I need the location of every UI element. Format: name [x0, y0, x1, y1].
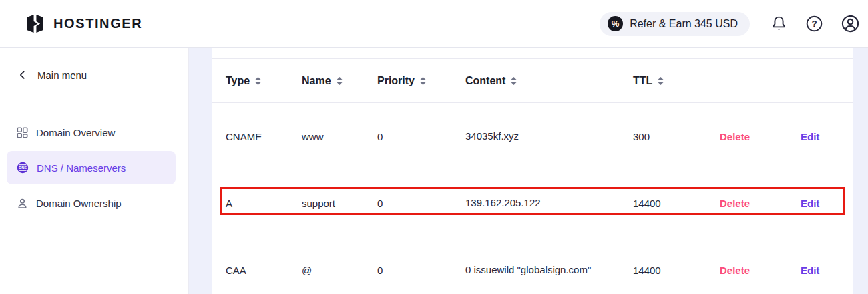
sidebar-divider — [0, 102, 188, 102]
column-label: Name — [302, 75, 331, 87]
grid-icon — [17, 127, 28, 138]
column-label: Content — [465, 75, 505, 87]
main-content: Type Name Priority — [189, 48, 868, 294]
cell-name: www — [302, 131, 377, 142]
delete-record-button[interactable]: Delete — [720, 265, 750, 276]
column-label: TTL — [633, 75, 652, 87]
cell-ttl: 14400 — [633, 265, 720, 276]
cell-priority: 0 — [377, 265, 465, 276]
table-header-row: Type Name Priority — [212, 59, 853, 103]
help-button[interactable]: ? — [805, 15, 823, 33]
hostinger-logo[interactable]: HOSTINGER — [24, 13, 142, 35]
sort-icon — [254, 76, 262, 86]
cell-name: @ — [302, 265, 377, 276]
svg-text:?: ? — [811, 19, 817, 29]
column-header-name[interactable]: Name — [302, 75, 377, 87]
column-header-ttl[interactable]: TTL — [633, 75, 720, 87]
notifications-button[interactable] — [770, 15, 788, 33]
sort-icon — [657, 76, 664, 86]
cell-name: support — [302, 198, 377, 209]
delete-record-button[interactable]: Delete — [720, 131, 750, 142]
refer-earn-button[interactable]: % Refer & Earn 345 USD — [600, 12, 750, 36]
cell-ttl: 300 — [633, 131, 720, 142]
column-header-content[interactable]: Content — [465, 75, 633, 87]
percent-badge-icon: % — [608, 16, 623, 31]
sidebar-item-dns-nameservers[interactable]: DNS DNS / Nameservers — [7, 151, 176, 184]
table-row-a-highlighted: A support 0 139.162.205.122 14400 Delete… — [212, 170, 853, 237]
edit-record-button[interactable]: Edit — [801, 131, 819, 142]
brand-wordmark: HOSTINGER — [53, 16, 142, 31]
column-label: Priority — [377, 75, 415, 87]
help-icon: ? — [805, 15, 823, 33]
sort-icon — [419, 76, 427, 86]
refer-earn-label: Refer & Earn 345 USD — [630, 18, 738, 30]
cell-content: 139.162.205.122 — [465, 194, 599, 212]
top-header: HOSTINGER % Refer & Earn 345 USD ? — [0, 0, 868, 48]
cell-type: CAA — [226, 265, 302, 276]
chevron-left-icon — [18, 70, 27, 80]
sort-icon — [336, 76, 343, 86]
cell-type: A — [226, 198, 302, 209]
sidebar-item-domain-ownership[interactable]: Domain Ownership — [7, 186, 176, 220]
account-button[interactable] — [841, 14, 860, 33]
column-label: Type — [226, 75, 250, 87]
cell-ttl: 14400 — [633, 198, 720, 209]
sidebar-item-domain-overview[interactable]: Domain Overview — [7, 116, 176, 149]
cell-content: 34035kf.xyz — [465, 127, 599, 146]
hostinger-logo-icon — [24, 13, 46, 35]
table-top-edge — [212, 48, 853, 59]
cell-type: CNAME — [226, 131, 302, 142]
edit-record-button[interactable]: Edit — [801, 265, 819, 276]
sidebar: Main menu Domain Overview — [0, 48, 189, 294]
back-to-main-menu[interactable]: Main menu — [0, 48, 188, 102]
cell-priority: 0 — [377, 198, 465, 209]
sidebar-menu: Domain Overview DNS DNS / Nameservers — [0, 116, 188, 220]
account-icon — [841, 14, 860, 33]
cell-priority: 0 — [377, 131, 465, 142]
sidebar-item-label: Domain Ownership — [36, 198, 122, 209]
delete-record-button[interactable]: Delete — [720, 198, 750, 209]
svg-text:DNS: DNS — [19, 166, 27, 170]
person-icon — [17, 198, 28, 209]
table-row-caa: CAA @ 0 0 issuewild "globalsign.com" 144… — [212, 237, 853, 294]
sidebar-item-label: DNS / Nameservers — [37, 162, 126, 174]
column-header-priority[interactable]: Priority — [377, 75, 465, 87]
cell-content: 0 issuewild "globalsign.com" — [465, 261, 599, 279]
sort-icon — [510, 76, 517, 86]
table-body: CNAME www 0 34035kf.xyz 300 Delete Edit … — [212, 103, 853, 294]
back-label: Main menu — [37, 69, 87, 81]
table-row-cname: CNAME www 0 34035kf.xyz 300 Delete Edit — [212, 103, 853, 170]
column-header-type[interactable]: Type — [226, 75, 302, 87]
sidebar-item-label: Domain Overview — [36, 127, 115, 138]
edit-record-button[interactable]: Edit — [801, 198, 819, 209]
bell-icon — [770, 15, 788, 33]
dns-globe-icon: DNS — [17, 162, 29, 174]
dns-records-table-card: Type Name Priority — [212, 48, 853, 294]
